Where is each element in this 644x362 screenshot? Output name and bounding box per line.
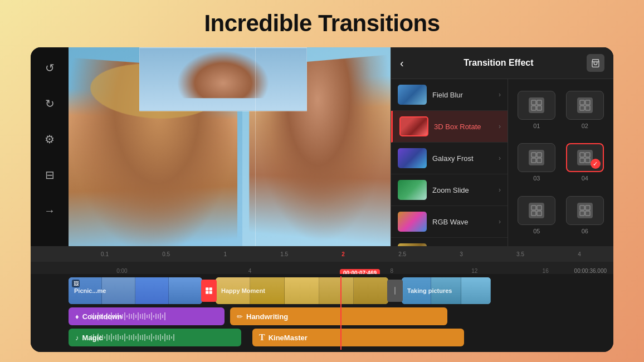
svg-rect-6 xyxy=(580,106,584,110)
variant-num-05: 05 xyxy=(533,228,540,234)
handwriting-clip[interactable]: ✏ Handwriting xyxy=(230,307,447,325)
variant-cell-06[interactable]: 06 xyxy=(561,189,609,242)
transition-name-3dbox: 3D Box Rotate xyxy=(434,123,481,131)
store-button[interactable] xyxy=(587,54,604,72)
ruler-mark: 3.5 xyxy=(516,251,524,257)
svg-rect-12 xyxy=(580,153,584,157)
preview-area xyxy=(69,47,391,246)
svg-rect-4 xyxy=(580,100,584,105)
svg-rect-11 xyxy=(537,158,541,163)
variant-thumb-06 xyxy=(566,196,604,225)
ruler-mark: 0.5 xyxy=(162,251,170,257)
checkmark-icon: ✓ xyxy=(591,159,601,169)
variant-num-01: 01 xyxy=(533,123,540,129)
variant-inner-06 xyxy=(577,203,593,218)
transition-thumb-rgb xyxy=(398,212,427,232)
undo-icon[interactable]: ↺ xyxy=(40,58,59,77)
video-track: Picnic...me 🖼 xyxy=(69,276,613,305)
video-clip-taking[interactable]: Taking pictures xyxy=(402,277,491,304)
svg-rect-16 xyxy=(531,206,536,210)
svg-rect-61 xyxy=(162,315,163,318)
svg-rect-77 xyxy=(122,335,123,340)
svg-rect-98 xyxy=(169,335,170,340)
chevron-icon: › xyxy=(499,91,501,99)
svg-rect-48 xyxy=(133,313,134,320)
svg-rect-23 xyxy=(586,211,590,216)
back-button[interactable]: ‹ xyxy=(400,57,404,70)
variant-thumb-03 xyxy=(518,143,555,172)
clip-label-picnic: Picnic...me xyxy=(74,287,106,294)
svg-rect-95 xyxy=(162,336,163,339)
layers-icon[interactable]: ⊟ xyxy=(40,165,59,184)
variant-cell-03[interactable]: 03 xyxy=(513,136,561,189)
svg-rect-99 xyxy=(171,336,172,339)
timecode-badge: 00:00:07:469 xyxy=(340,269,380,274)
transition-item-3dbox[interactable]: 3D Box Rotate › xyxy=(391,111,508,143)
svg-rect-84 xyxy=(138,334,139,341)
svg-rect-76 xyxy=(120,336,121,339)
svg-rect-10 xyxy=(531,158,536,163)
transition-thumb-3dbox xyxy=(399,116,428,136)
settings-icon[interactable]: ⚙ xyxy=(40,130,59,149)
countdown-icon: ♦ xyxy=(75,312,79,321)
variant-thumb-01 xyxy=(518,91,555,120)
svg-rect-45 xyxy=(126,315,128,317)
svg-rect-79 xyxy=(126,336,128,339)
transition-item-rgb[interactable]: RGB Wave › xyxy=(391,206,508,238)
svg-rect-20 xyxy=(580,206,584,210)
variant-cell-01[interactable]: 01 xyxy=(513,84,561,136)
redo-icon[interactable]: ↻ xyxy=(40,94,59,113)
svg-rect-71 xyxy=(109,335,110,340)
svg-rect-96 xyxy=(164,334,165,341)
svg-rect-27 xyxy=(209,291,212,294)
transition-name-zoom: Zoom Slide xyxy=(432,186,469,194)
transition-item-zoom[interactable]: Zoom Slide › xyxy=(391,174,508,206)
time-mark-8: 8 xyxy=(391,268,394,274)
time-mark-12: 12 xyxy=(471,268,477,274)
video-clip-happy[interactable]: Happy Moment xyxy=(216,277,388,304)
transition-item-galaxy[interactable]: Galaxy Frost › xyxy=(391,143,508,174)
svg-rect-78 xyxy=(124,334,125,341)
transition-marker[interactable] xyxy=(201,280,217,302)
magic-clip[interactable]: ♪ Magic xyxy=(69,329,241,346)
chevron-icon-4: › xyxy=(499,186,501,194)
variant-thumb-05 xyxy=(518,196,555,225)
svg-rect-88 xyxy=(147,336,148,339)
track-area: Picnic...me 🖼 xyxy=(31,274,613,352)
track-content: Picnic...me 🖼 xyxy=(69,276,613,350)
svg-rect-72 xyxy=(111,334,112,341)
variant-cell-05[interactable]: 05 xyxy=(513,189,561,242)
magic-label: Magic xyxy=(82,334,103,342)
svg-rect-58 xyxy=(155,314,157,319)
transition-item-field-blur[interactable]: Field Blur › xyxy=(391,79,508,111)
countdown-clip[interactable]: ♦ Countdown xyxy=(69,307,225,325)
svg-rect-18 xyxy=(531,211,536,216)
magic-waveform xyxy=(91,332,241,343)
svg-rect-0 xyxy=(531,100,536,105)
kinemaster-clip[interactable]: T KineMaster xyxy=(252,329,464,346)
svg-rect-51 xyxy=(140,314,141,319)
transition-thumb-galaxy xyxy=(398,148,427,168)
variant-inner-01 xyxy=(529,97,544,113)
ruler-mark-active: 2 xyxy=(341,251,345,257)
clip-divider[interactable] xyxy=(387,280,403,302)
magic-icon: ♪ xyxy=(75,334,79,342)
left-toolbar: ↺ ↻ ⚙ ⊟ → xyxy=(31,47,69,246)
countdown-label: Countdown xyxy=(82,312,122,321)
panel-header: ‹ Transition Effect xyxy=(391,47,613,79)
video-clip-picnic[interactable]: Picnic...me 🖼 xyxy=(69,277,202,304)
svg-rect-19 xyxy=(537,211,541,216)
variant-cell-04[interactable]: ✓ 04 xyxy=(561,136,609,189)
transition-item-cube[interactable]: Cube Flip › xyxy=(391,238,508,246)
panel-title: Transition Effect xyxy=(411,58,587,68)
variant-num-02: 02 xyxy=(582,123,588,129)
clip-label-happy: Happy Moment xyxy=(221,287,265,294)
svg-rect-90 xyxy=(151,334,152,341)
page-title: Incredible Transitions xyxy=(0,0,644,37)
variant-cell-02[interactable]: 02 xyxy=(561,84,609,136)
panel-content: Field Blur › 3D Box Rotate › Galaxy Fros… xyxy=(391,79,613,246)
svg-rect-57 xyxy=(153,315,154,317)
svg-rect-86 xyxy=(142,335,143,340)
svg-rect-55 xyxy=(149,314,150,319)
export-icon[interactable]: → xyxy=(40,201,59,220)
